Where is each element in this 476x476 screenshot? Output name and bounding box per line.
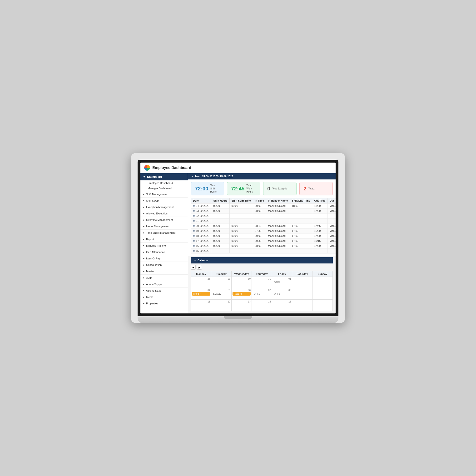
cell-shift-hours: 09:00: [211, 228, 229, 234]
cell-shift-hours: [211, 249, 229, 254]
calendar-cell: 29: [211, 277, 232, 288]
sidebar-item-manager-dashboard[interactable]: Manager Dashboard: [140, 186, 188, 191]
cell-date: ⊞20-09-2023: [191, 223, 211, 228]
sidebar-item-shift-management[interactable]: ▶Shift Management: [140, 191, 188, 197]
cell-shift-hours: 09:00: [211, 243, 229, 249]
cell-date: ⊞24-09-2023: [191, 204, 211, 208]
stat-shift-hours-label: Total Shift Hours: [210, 184, 220, 193]
cell-in-reader-name: Manual Upload: [266, 204, 290, 208]
cell-out-time: 19:15: [312, 238, 327, 243]
sidebar-item-employee-dashboard[interactable]: Employee Dashboard: [140, 180, 188, 186]
expand-icon[interactable]: ⊞: [193, 235, 195, 237]
sidebar-item-memo[interactable]: ▶Memo: [140, 294, 188, 300]
cell-in-reader-name: Manual Upload: [266, 238, 290, 243]
sidebar-item-geo-attendance[interactable]: ▶Geo Attendance: [140, 249, 188, 255]
sidebar-dashboard-header[interactable]: ▼ Dashboard: [140, 173, 188, 180]
expand-icon[interactable]: ⊞: [193, 225, 195, 227]
expand-icon[interactable]: ⊞: [193, 250, 195, 252]
calendar-cell: [292, 300, 312, 311]
cell-shift-start-time: 09:00: [229, 204, 253, 208]
cell-in-reader-name: [266, 214, 290, 219]
sidebar-item-configuration[interactable]: ▶Configuration: [140, 262, 188, 268]
stat-shift-hours: 72:00 Total Shift Hours: [191, 182, 224, 195]
cell-shift-hours: 09:00: [211, 204, 229, 208]
table-row: ⊞18-09-202309:0009:0009:00Manual Upload1…: [191, 234, 336, 238]
expand-icon[interactable]: ⊞: [193, 215, 195, 217]
app-title: Employee Dashboard: [152, 166, 191, 170]
cell-out-time: 18:00: [312, 204, 327, 208]
cell-out-time: 17:00: [312, 243, 327, 249]
cell-in-time: [253, 219, 266, 223]
cell-shift-hours: 09:00: [211, 208, 229, 214]
sidebar-item-overtime-management[interactable]: ▶Overtime Management: [140, 217, 188, 223]
calendar-cell: 01OFF1: [272, 277, 292, 288]
expand-icon[interactable]: ⊞: [193, 240, 195, 242]
sidebar-dashboard-label: Dashboard: [147, 175, 162, 178]
cell-in-reader-name: Manual Upload: [266, 243, 290, 249]
cell-out-reader-name: Manual Upload: [327, 238, 336, 243]
stat-total-other: 2 Total...: [299, 182, 333, 195]
cell-out-time: 17:45: [312, 223, 327, 228]
table-body: ⊞24-09-202309:0009:0009:00Manual Upload1…: [191, 204, 336, 254]
calendar-next-button[interactable]: ▶: [197, 265, 202, 270]
cell-shift-end-time: 17:00: [290, 234, 312, 238]
calendar-cell: 07OFF1: [252, 288, 272, 300]
sidebar-item-dynamic-transfer[interactable]: ▶Dynamic Transfer: [140, 242, 188, 249]
sidebar-item-exception-management[interactable]: ▶Exception Management: [140, 204, 188, 210]
cell-out-time: 16:30: [312, 228, 327, 234]
calendar-grid: MondayTuesdayWednesdayThursdayFridaySatu…: [191, 271, 333, 311]
stat-shift-hours-number: 72:00: [195, 186, 208, 192]
sidebar-item-time-sheet-management[interactable]: ▶Time Sheet Management: [140, 229, 188, 236]
sidebar-item-audit[interactable]: ▶Audit: [140, 274, 188, 281]
expand-icon[interactable]: ⊞: [193, 220, 195, 222]
cell-date: ⊞22-09-2023: [191, 214, 211, 219]
stat-other-number: 2: [304, 186, 306, 192]
cell-shift-hours: 09:00: [211, 238, 229, 243]
cell-shift-end-time: 17:00: [290, 238, 312, 243]
app-container: ▼ Dashboard Employee Dashboard Manager D…: [140, 173, 336, 313]
calendar-cell: 30: [232, 277, 252, 288]
calendar-header-row: MondayTuesdayWednesdayThursdayFridaySatu…: [191, 271, 333, 277]
sidebar-item-master[interactable]: ▶Master: [140, 268, 188, 274]
cal-date-number: 06: [233, 289, 251, 291]
calendar-nav: ◀ ▶: [191, 263, 333, 271]
table-header: DateShift HoursShift Start TimeIn TimeIn…: [191, 198, 336, 204]
sidebar-item-report[interactable]: ▶Report: [140, 236, 188, 242]
cell-in-reader-name: Manual Upload: [266, 223, 290, 228]
calendar-cell: 14: [252, 300, 272, 311]
sidebar-item-admin-support[interactable]: ▶Admin Support: [140, 281, 188, 287]
calendar-body: 2829303101OFF104Fixed N05LEAVE06Fixed N0…: [191, 277, 333, 311]
sidebar-item-shift-swap[interactable]: ▶Shift Swap: [140, 197, 188, 204]
cell-shift-end-time: [290, 249, 312, 254]
cell-out-reader-name: [327, 219, 336, 223]
calendar-cell: [312, 288, 333, 300]
col-out-time: Out Time: [312, 198, 327, 204]
sidebar-item-loss-of-pay[interactable]: ▶Loss Of Pay: [140, 255, 188, 262]
table-row: ⊞19-09-202309:0009:0007:30Manual Upload1…: [191, 228, 336, 234]
cell-out-time: 17:00: [312, 208, 327, 214]
cell-shift-hours: [211, 214, 229, 219]
expand-icon[interactable]: ⊞: [193, 230, 195, 232]
table-row: ⊞20-09-202309:0009:0008:15Manual Upload1…: [191, 223, 336, 228]
cal-date-number: 13: [233, 300, 251, 303]
stat-work-hours-label: Total Work Hours: [246, 184, 256, 193]
expand-icon[interactable]: ⊞: [193, 210, 195, 212]
table-row: ⊞21-09-2023: [191, 219, 336, 223]
table-row: ⊞24-09-202309:0009:0009:00Manual Upload1…: [191, 204, 336, 208]
calendar-prev-button[interactable]: ◀: [191, 265, 196, 270]
cell-date: ⊞21-09-2023: [191, 219, 211, 223]
table-row: ⊞15-09-2023: [191, 249, 336, 254]
sidebar-item-allowed-exception[interactable]: ▶Allowed Exception: [140, 210, 188, 217]
col-shift-hours: Shift Hours: [211, 198, 229, 204]
cell-in-reader-name: Manual Upload: [266, 228, 290, 234]
sidebar-item-properties[interactable]: ▶Properties: [140, 300, 188, 306]
sidebar-item-upload-data[interactable]: ▶Upload Data: [140, 287, 188, 294]
cal-event-fixed: Fixed N: [192, 292, 210, 296]
calendar-bar: ▼ Calendar: [191, 257, 333, 263]
cell-shift-start-time: 09:00: [229, 223, 253, 228]
expand-icon[interactable]: ⊞: [193, 205, 195, 207]
expand-icon[interactable]: ⊞: [193, 245, 195, 247]
sidebar-item-leave-management[interactable]: ▶Leave Management: [140, 223, 188, 229]
stat-exception-label: Total Exception: [272, 187, 288, 190]
cal-date-number: 01: [273, 277, 291, 280]
